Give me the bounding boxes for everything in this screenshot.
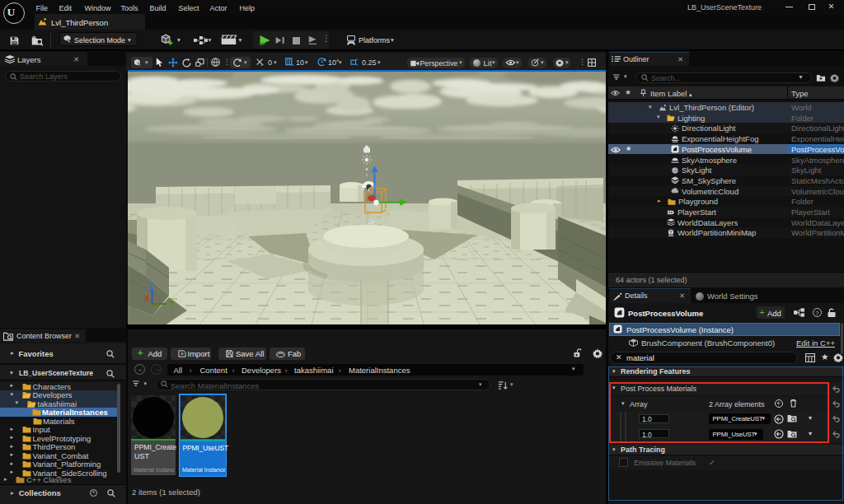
svg-text:Z: Z [148, 282, 153, 291]
svg-text:Un: Un [368, 219, 375, 225]
svg-text:Y: Y [169, 300, 175, 309]
svg-text:X: X [144, 294, 150, 303]
